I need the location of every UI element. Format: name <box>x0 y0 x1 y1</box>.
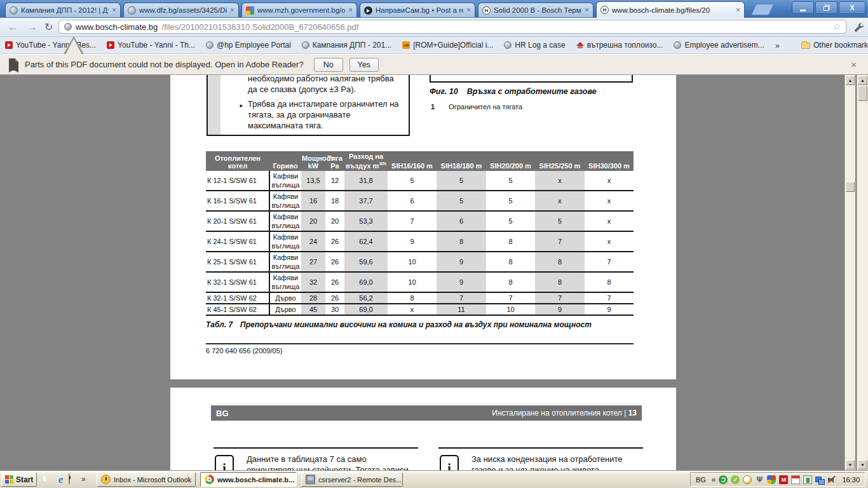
table-cell: 8 <box>535 252 585 272</box>
table-cell: x <box>585 211 634 231</box>
pdf-scrollbar[interactable]: ▲ ▼ <box>844 75 855 470</box>
outlook-quicklaunch-icon[interactable] <box>69 473 70 485</box>
wrench-menu-icon[interactable] <box>854 22 864 32</box>
bookmarks-overflow-chevron[interactable]: » <box>775 41 780 50</box>
legend-text: Ограничител на тягата <box>449 103 522 111</box>
tab-4[interactable]: НаправиСам.bg • Post a reply × <box>360 3 475 17</box>
mcafee-tray-icon[interactable]: M <box>779 475 788 484</box>
table-cell: 9 <box>437 252 486 272</box>
network-tray-icon[interactable] <box>815 475 824 484</box>
power-plug-tray-icon[interactable] <box>803 475 812 484</box>
bookmark-star-icon[interactable]: ☆ <box>832 22 841 32</box>
note-left: i Данните в таблицата 7 са само ориентир… <box>214 447 418 470</box>
no-button[interactable]: No <box>314 58 343 72</box>
table-row: К 45-1 S/SW 62Дърво453069,0x111099 <box>206 304 634 315</box>
tab-close-icon[interactable]: × <box>230 6 234 14</box>
bookmark-item[interactable]: вътрешна топлоизо... <box>576 41 663 50</box>
scrollbar-thumb[interactable] <box>858 86 867 101</box>
bookmark-item[interactable]: HR Log a case <box>504 41 565 50</box>
table-row: К 20-1 S/SW 61Кафяви въглища202053,37655… <box>206 211 634 231</box>
bookmark-label: [ROM+Guide]Official i... <box>413 41 493 50</box>
calendar-tray-icon[interactable] <box>791 475 800 484</box>
tab-close-icon[interactable]: × <box>585 6 589 14</box>
table-cell: 8 <box>486 252 535 272</box>
back-button[interactable]: ← <box>8 20 18 34</box>
taskbar: Start e » Inbox - Microsoft Outlook www.… <box>0 470 868 488</box>
tab-close-icon[interactable]: × <box>112 6 116 14</box>
tab-1[interactable]: Кампания ДПП - 2012! | Дър × <box>5 3 121 17</box>
table-cell: 11 <box>437 304 486 315</box>
language-indicator[interactable]: BG <box>696 476 706 484</box>
spybot-tray-icon[interactable] <box>719 475 728 484</box>
restore-button[interactable] <box>815 1 837 14</box>
reload-button[interactable]: ↻ <box>44 20 53 34</box>
browser-toolbar: ← → ↻ www.bosch-climate.bg/files/2010021… <box>0 18 868 37</box>
task-button-chrome-active[interactable]: www.bosch-climate.b... <box>200 472 297 487</box>
scroll-down-button[interactable]: ▼ <box>846 460 855 470</box>
table-cell: 5 <box>437 171 486 191</box>
globe-icon <box>128 6 136 15</box>
tab-5[interactable]: H Solid 2000 B - Bosch Термотех × <box>478 3 593 17</box>
table-caption-label: Табл. 7 <box>206 320 233 329</box>
bookmark-label: вътрешна топлоизо... <box>587 41 663 50</box>
col-header: МощностkW <box>301 151 325 171</box>
ie-quicklaunch-icon[interactable]: e <box>55 473 67 485</box>
scroll-down-button[interactable]: ▼ <box>858 460 867 470</box>
scroll-up-button[interactable]: ▲ <box>858 76 867 85</box>
tab-6-active[interactable]: H www.bosch-climate.bg/files/20 × <box>596 1 745 18</box>
bullet-icon: ► <box>239 100 244 111</box>
wireless-tray-icon[interactable]: Ψ <box>755 475 764 484</box>
task-label: Inbox - Microsoft Outlook <box>114 476 191 484</box>
table-cell: 12 <box>325 171 344 191</box>
boiler-table-body: К 12-1 S/SW 61Кафяви въглища13,51231,855… <box>206 171 634 315</box>
forward-button[interactable]: → <box>27 20 37 34</box>
table-cell: Дърво <box>269 292 301 304</box>
table-cell: 5 <box>535 211 585 231</box>
tab-3[interactable]: www.mzh.government.bg/odz × <box>241 3 357 17</box>
other-bookmarks-button[interactable]: Other bookmarks <box>801 41 868 50</box>
tab-2[interactable]: www.dfz.bg/assets/3425/Dire × <box>123 3 239 17</box>
bookmark-item[interactable]: YouTube - Yanni - Th... <box>107 41 195 50</box>
infobar-close-icon[interactable]: × <box>851 59 859 70</box>
scrollbar-thumb[interactable] <box>846 182 855 192</box>
window-controls: X <box>792 1 865 14</box>
table-cell: Кафяви въглища <box>269 231 301 252</box>
table-cell: Кафяви въглища <box>269 191 301 211</box>
volume-muted-tray-icon[interactable] <box>827 475 836 484</box>
close-button[interactable]: X <box>839 1 865 14</box>
scroll-up-button[interactable]: ▲ <box>846 76 855 85</box>
table-cell: 6 <box>437 211 486 231</box>
address-bar[interactable]: www.bosch-climate.bg/files/2010021015363… <box>58 20 846 34</box>
table-cell: 7 <box>585 252 634 272</box>
table-cell: x <box>585 191 634 211</box>
browser-scrollbar[interactable]: ▲ ▼ <box>857 75 868 470</box>
bookmark-item[interactable]: xda[ROM+Guide]Official i... <box>402 41 493 50</box>
bookmark-item[interactable]: Кампания ДПП - 201... <box>302 41 391 50</box>
table-cell: x <box>388 304 437 315</box>
clock[interactable]: 16:30 <box>842 476 860 484</box>
new-tab-button[interactable] <box>751 4 774 15</box>
bookmark-item[interactable]: @hp Employee Portal <box>206 41 291 50</box>
col-header: Гориво <box>269 151 301 171</box>
tab-close-icon[interactable]: × <box>348 6 353 14</box>
bookmark-item[interactable]: Employee advertisem... <box>674 41 764 50</box>
reminder-clock-tray-icon[interactable] <box>743 475 752 484</box>
tab-close-icon[interactable]: × <box>736 6 740 14</box>
task-button-remote-desktop[interactable]: csrserver2 - Remote Des... <box>301 472 403 487</box>
start-button[interactable]: Start <box>1 472 37 487</box>
yes-button[interactable]: Yes <box>349 58 379 72</box>
restore-icon <box>824 5 830 11</box>
table-cell: 31,8 <box>344 171 388 191</box>
security-shield-tray-icon[interactable] <box>767 475 776 484</box>
table-cell: 6 <box>388 191 437 211</box>
table-cell: 7 <box>535 231 585 252</box>
bookmarks-bar: YouTube - Yann - Bes... YouTube - Yanni … <box>0 37 868 54</box>
table-cell: 27 <box>301 252 325 272</box>
task-button-outlook[interactable]: Inbox - Microsoft Outlook <box>97 472 196 487</box>
update-check-tray-icon[interactable]: ✓ <box>731 475 740 484</box>
minimize-button[interactable] <box>792 1 814 14</box>
quicklaunch-overflow-chevron[interactable]: » <box>81 475 86 484</box>
tab-close-icon[interactable]: × <box>466 6 471 14</box>
tray-expand-chevron[interactable]: « <box>712 475 716 484</box>
table-row: К 32-1 S/SW 62Дърво282656,287777 <box>206 292 634 304</box>
